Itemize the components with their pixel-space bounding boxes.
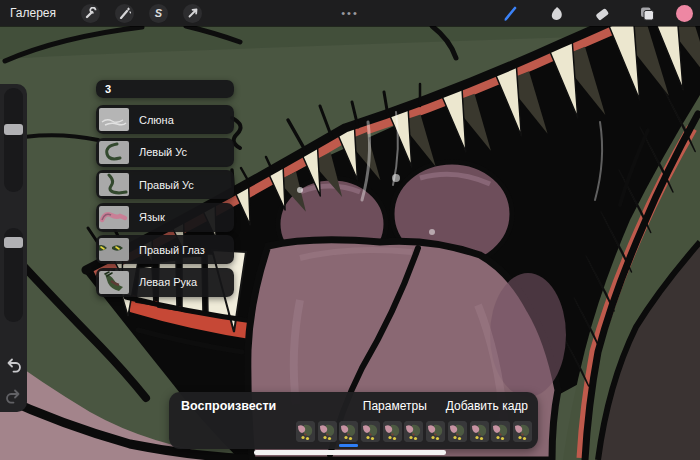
brush-sidebar [0, 84, 27, 412]
frame-thumb-art [470, 421, 489, 442]
top-toolbar: Галерея S ••• [0, 0, 700, 26]
frame-thumb[interactable] [470, 421, 489, 442]
undo-button[interactable] [5, 356, 22, 373]
layers-group-count: 3 [105, 83, 111, 95]
layer-name: Правый Глаз [139, 244, 205, 256]
layer-name: Слюна [139, 114, 174, 126]
layers-icon [638, 5, 655, 22]
layers-panel: 3 Слюна Левый Ус Правый Ус [96, 80, 234, 300]
layer-thumb-left-whisker [99, 141, 129, 164]
layer-name: Правый Ус [139, 179, 194, 191]
brush-opacity-handle[interactable] [4, 237, 23, 248]
layer-name: Язык [139, 211, 165, 223]
redo-button[interactable] [5, 387, 22, 404]
smudge-icon [548, 5, 565, 22]
undo-arrow-icon [5, 356, 22, 373]
transform-arrow-icon [187, 7, 199, 19]
animation-timeline: Воспроизвести Параметры Добавить кадр [169, 392, 538, 449]
frame-thumb[interactable] [448, 421, 467, 442]
frame-thumb[interactable] [339, 421, 358, 442]
adjustments-wand-icon [119, 7, 131, 19]
selection-button[interactable]: S [149, 4, 168, 23]
layer-row-saliva[interactable]: Слюна [96, 105, 234, 134]
frame-thumb-art [404, 421, 423, 442]
actions-button[interactable] [81, 4, 100, 23]
frame-thumb-art [448, 421, 467, 442]
frame-thumb-art [296, 421, 315, 442]
frame-thumb[interactable] [513, 421, 532, 442]
layers-group-header[interactable]: 3 [96, 80, 234, 98]
procreate-window: Галерея S ••• [0, 0, 700, 460]
layer-row-tongue[interactable]: Язык [96, 203, 234, 232]
frame-thumb-art [383, 421, 402, 442]
layer-row-right-eye[interactable]: Правый Глаз [96, 235, 234, 264]
play-button[interactable]: Воспроизвести [181, 399, 276, 413]
brush-size-slider[interactable] [4, 88, 23, 192]
frame-thumb-art [318, 421, 337, 442]
brush-icon [502, 4, 520, 22]
layer-thumb-right-whisker [99, 173, 129, 196]
frame-thumb[interactable] [318, 421, 337, 442]
frame-thumb[interactable] [383, 421, 402, 442]
brush-size-handle[interactable] [4, 124, 23, 135]
layer-name: Левый Ус [139, 146, 187, 158]
frame-thumb[interactable] [491, 421, 510, 442]
layer-row-right-whisker[interactable]: Правый Ус [96, 170, 234, 199]
layer-thumb-left-hand [99, 271, 129, 294]
actions-wrench-icon [85, 7, 97, 19]
frame-thumb-art [361, 421, 380, 442]
frame-thumb[interactable] [296, 421, 315, 442]
selection-icon: S [155, 8, 162, 19]
layer-row-left-whisker[interactable]: Левый Ус [96, 138, 234, 167]
frame-thumb-art [426, 421, 445, 442]
paint-tools [496, 0, 700, 26]
gallery-button[interactable]: Галерея [10, 6, 56, 20]
transform-button[interactable] [183, 4, 202, 23]
timeline-settings-button[interactable]: Параметры [363, 399, 427, 413]
layer-thumb-saliva [99, 108, 129, 131]
add-frame-button[interactable]: Добавить кадр [446, 399, 528, 413]
frame-thumb-art [513, 421, 532, 442]
frame-thumb[interactable] [404, 421, 423, 442]
frame-thumb-art [339, 421, 358, 442]
frame-thumb[interactable] [361, 421, 380, 442]
layer-thumb-right-eye [99, 238, 129, 261]
brush-button[interactable] [496, 0, 526, 26]
adjustments-button[interactable] [115, 4, 134, 23]
frame-strip [296, 421, 532, 442]
layer-row-left-hand[interactable]: Левая Рука [96, 268, 234, 297]
active-frame-underline [339, 444, 358, 447]
frame-thumb-art [491, 421, 510, 442]
smudge-button[interactable] [541, 0, 571, 26]
layer-thumb-tongue [99, 206, 129, 229]
color-swatch[interactable] [676, 5, 693, 22]
redo-arrow-icon [5, 387, 22, 404]
eraser-button[interactable] [586, 0, 616, 26]
layer-name: Левая Рука [139, 276, 197, 288]
frame-thumb[interactable] [426, 421, 445, 442]
eraser-icon [593, 5, 610, 22]
layers-button[interactable] [631, 0, 661, 26]
home-indicator[interactable] [254, 450, 446, 455]
